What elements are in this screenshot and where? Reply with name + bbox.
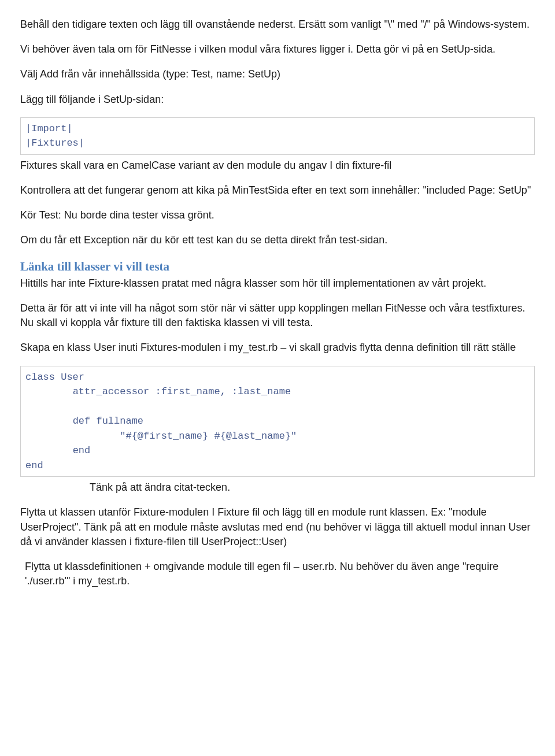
paragraph-8: Om du får ett Exception när du kör ett t… <box>20 233 535 247</box>
paragraph-6: Kontrollera att det fungerar genom att k… <box>20 183 535 198</box>
paragraph-9: Hittills har inte Fixture-klassen pratat… <box>20 276 535 291</box>
paragraph-7: Kör Test: Nu borde dina tester vissa grö… <box>20 208 535 223</box>
paragraph-13: Flytta ut klassdefinitionen + omgivande … <box>25 559 535 588</box>
paragraph-3: Välj Add från vår innehållssida (type: T… <box>20 67 535 81</box>
paragraph-12: Flytta ut klassen utanför Fixture-module… <box>20 505 535 549</box>
paragraph-2: Vi behöver även tala om för FitNesse i v… <box>20 42 535 57</box>
paragraph-10: Detta är för att vi inte vill ha något s… <box>20 301 535 330</box>
paragraph-11: Skapa en klass User inuti Fixtures-modul… <box>20 340 535 355</box>
paragraph-5: Fixtures skall vara en CamelCase variant… <box>20 158 535 173</box>
code-block-1: |Import| |Fixtures| <box>20 117 535 155</box>
note-quotes: Tänk på att ändra citat-tecken. <box>90 480 535 495</box>
paragraph-4: Lägg till följande i SetUp-sidan: <box>20 92 535 107</box>
paragraph-1: Behåll den tidigare texten och lägg till… <box>20 17 535 32</box>
heading-link-classes: Länka till klasser vi vill testa <box>20 258 535 275</box>
code-block-2: class User attr_accessor :first_name, :l… <box>20 366 535 477</box>
